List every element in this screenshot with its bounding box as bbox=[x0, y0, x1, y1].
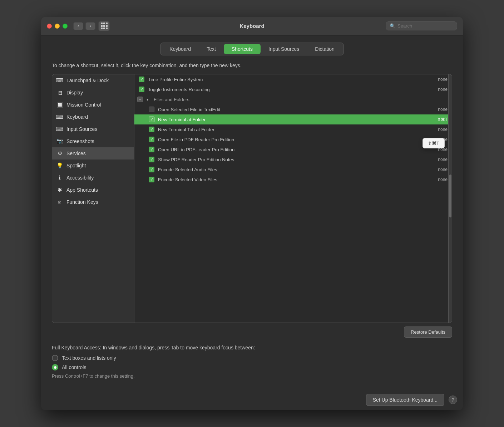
sidebar-item-label: Keyboard bbox=[66, 114, 88, 120]
tooltip-popup: ⇧⌘T bbox=[423, 138, 445, 148]
content-area: Keyboard Text Shortcuts Input Sources Di… bbox=[41, 35, 463, 389]
search-input[interactable] bbox=[397, 23, 448, 29]
checkbox-new-terminal-tab[interactable]: ✓ bbox=[149, 127, 154, 132]
full-keyboard-section: Full Keyboard Access: In windows and dia… bbox=[52, 341, 452, 382]
checkbox-pdf-notes[interactable]: ✓ bbox=[149, 157, 154, 162]
tab-dictation[interactable]: Dictation bbox=[307, 44, 342, 54]
spotlight-icon: 💡 bbox=[56, 162, 63, 169]
keyboard-icon: ⌨ bbox=[56, 114, 63, 120]
item-name: Open URL in PDF...eader Pro Edition bbox=[158, 147, 434, 152]
radio-label-text-boxes: Text boxes and lists only bbox=[62, 355, 116, 361]
radio-text-boxes[interactable] bbox=[52, 355, 58, 361]
sidebar-item-screenshots[interactable]: 📷 Screenshots bbox=[52, 135, 134, 147]
tabs-container: Keyboard Text Shortcuts Input Sources Di… bbox=[52, 43, 452, 55]
sidebar-item-display[interactable]: 🖥 Display bbox=[52, 87, 134, 99]
list-item[interactable]: ✓ Open URL in PDF...eader Pro Edition no… bbox=[134, 144, 452, 154]
item-name: New Terminal Tab at Folder bbox=[158, 127, 434, 132]
maximize-button[interactable] bbox=[63, 24, 68, 29]
list-item[interactable]: ✓ Time Profile Entire System none bbox=[134, 74, 452, 84]
grid-icon bbox=[101, 23, 108, 29]
scrollbar-track[interactable] bbox=[448, 74, 452, 323]
sidebar-item-app-shortcuts[interactable]: ✱ App Shortcuts bbox=[52, 184, 134, 196]
list-item[interactable]: ✓ Open File in PDF Reader Pro Edition no… bbox=[134, 134, 452, 144]
checkbox-pdf-open[interactable]: ✓ bbox=[149, 137, 154, 142]
tab-text[interactable]: Text bbox=[199, 44, 224, 54]
section-files-folders[interactable]: − ▾ Files and Folders bbox=[134, 94, 452, 104]
close-button[interactable] bbox=[47, 24, 52, 29]
item-name: Toggle Instruments Recording bbox=[148, 87, 434, 92]
sidebar-item-label: Accessibility bbox=[66, 175, 94, 181]
forward-button[interactable]: › bbox=[85, 22, 95, 30]
list-item[interactable]: ✓ Encode Selected Video Files none bbox=[134, 175, 452, 185]
section-name: Files and Folders bbox=[154, 97, 448, 102]
list-item[interactable]: ✓ Show PDF Reader Pro Edition Notes none bbox=[134, 154, 452, 165]
list-item[interactable]: ✓ Encode Selected Audio Files none bbox=[134, 165, 452, 175]
sidebar-item-spotlight[interactable]: 💡 Spotlight bbox=[52, 159, 134, 172]
function-keys-icon: fn bbox=[56, 199, 63, 205]
sidebar-item-label: Spotlight bbox=[66, 163, 86, 168]
sidebar-item-label: Screenshots bbox=[66, 138, 94, 144]
item-shortcut: none bbox=[438, 167, 448, 172]
item-name: Open Selected File in TextEdit bbox=[158, 107, 434, 112]
accessibility-icon: ℹ bbox=[56, 175, 63, 181]
keyboard-window: ‹ › Keyboard 🔍 Keyboard Text Shortcuts I… bbox=[41, 17, 463, 410]
tab-input-sources[interactable]: Input Sources bbox=[261, 44, 307, 54]
radio-all-controls[interactable] bbox=[52, 364, 58, 370]
sidebar-item-label: Services bbox=[66, 151, 86, 156]
item-name: Encode Selected Video Files bbox=[158, 177, 434, 182]
checkbox-files-folders[interactable]: − bbox=[137, 97, 143, 102]
item-shortcut: ⇧⌘T bbox=[437, 117, 448, 122]
scrollbar-thumb[interactable] bbox=[449, 175, 451, 217]
item-name: Encode Selected Audio Files bbox=[158, 167, 434, 172]
checkbox-open-textedit[interactable] bbox=[149, 107, 154, 112]
checkbox-pdf-url[interactable]: ✓ bbox=[149, 147, 154, 152]
sidebar-item-label: Display bbox=[66, 90, 83, 95]
launchpad-icon: ⌨ bbox=[56, 77, 63, 84]
item-name: Open File in PDF Reader Pro Edition bbox=[158, 137, 434, 142]
sidebar-item-mission-control[interactable]: 🔲 Mission Control bbox=[52, 99, 134, 111]
checkbox-encode-audio[interactable]: ✓ bbox=[149, 167, 154, 172]
sidebar: ⌨ Launchpad & Dock 🖥 Display 🔲 Mission C… bbox=[52, 74, 134, 323]
sidebar-item-label: App Shortcuts bbox=[66, 187, 98, 193]
item-name: New Terminal at Folder bbox=[158, 117, 434, 122]
restore-defaults-button[interactable]: Restore Defaults bbox=[404, 327, 452, 338]
grid-button[interactable] bbox=[98, 21, 110, 31]
display-icon: 🖥 bbox=[56, 89, 63, 96]
item-name: Show PDF Reader Pro Edition Notes bbox=[158, 157, 434, 162]
list-item[interactable]: ✓ Toggle Instruments Recording none bbox=[134, 84, 452, 94]
sidebar-item-accessibility[interactable]: ℹ Accessibility bbox=[52, 172, 134, 184]
checkbox-new-terminal[interactable]: ✓ bbox=[149, 117, 154, 122]
tab-shortcuts[interactable]: Shortcuts bbox=[224, 44, 261, 54]
sidebar-item-label: Input Sources bbox=[66, 126, 97, 132]
collapse-arrow-icon: ▾ bbox=[147, 97, 149, 102]
list-item-selected[interactable]: ✓ New Terminal at Folder ⇧⌘T bbox=[134, 114, 452, 124]
sidebar-item-label: Mission Control bbox=[66, 102, 101, 108]
sidebar-item-keyboard[interactable]: ⌨ Keyboard bbox=[52, 111, 134, 123]
help-button[interactable]: ? bbox=[449, 396, 457, 404]
list-item[interactable]: ✓ New Terminal Tab at Folder none bbox=[134, 124, 452, 134]
sidebar-item-services[interactable]: ⚙ Services bbox=[52, 147, 134, 159]
window-title: Keyboard bbox=[239, 23, 264, 29]
sidebar-item-function-keys[interactable]: fn Function Keys bbox=[52, 196, 134, 208]
bluetooth-keyboard-button[interactable]: Set Up Bluetooth Keyboard... bbox=[366, 394, 444, 406]
minimize-button[interactable] bbox=[55, 24, 60, 29]
tab-keyboard[interactable]: Keyboard bbox=[162, 44, 199, 54]
sidebar-item-input-sources[interactable]: ⌨ Input Sources bbox=[52, 123, 134, 135]
checkbox-toggle-instruments[interactable]: ✓ bbox=[139, 87, 144, 92]
sidebar-item-label: Function Keys bbox=[66, 199, 98, 205]
list-item[interactable]: Open Selected File in TextEdit none bbox=[134, 104, 452, 114]
radio-row-all-controls: All controls bbox=[52, 364, 452, 370]
checkbox-encode-video[interactable]: ✓ bbox=[149, 177, 154, 182]
titlebar: ‹ › Keyboard 🔍 bbox=[41, 17, 463, 35]
footer: Set Up Bluetooth Keyboard... ? bbox=[41, 389, 463, 410]
app-shortcuts-icon: ✱ bbox=[56, 187, 63, 193]
full-keyboard-title: Full Keyboard Access: In windows and dia… bbox=[52, 345, 452, 350]
traffic-lights bbox=[47, 24, 68, 29]
search-bar[interactable]: 🔍 bbox=[386, 21, 457, 30]
main-panel: ⌨ Launchpad & Dock 🖥 Display 🔲 Mission C… bbox=[52, 74, 452, 323]
tabs: Keyboard Text Shortcuts Input Sources Di… bbox=[160, 43, 344, 55]
checkbox-time-profile[interactable]: ✓ bbox=[139, 77, 144, 82]
input-sources-icon: ⌨ bbox=[56, 126, 63, 132]
back-button[interactable]: ‹ bbox=[73, 22, 83, 30]
sidebar-item-launchpad[interactable]: ⌨ Launchpad & Dock bbox=[52, 74, 134, 87]
